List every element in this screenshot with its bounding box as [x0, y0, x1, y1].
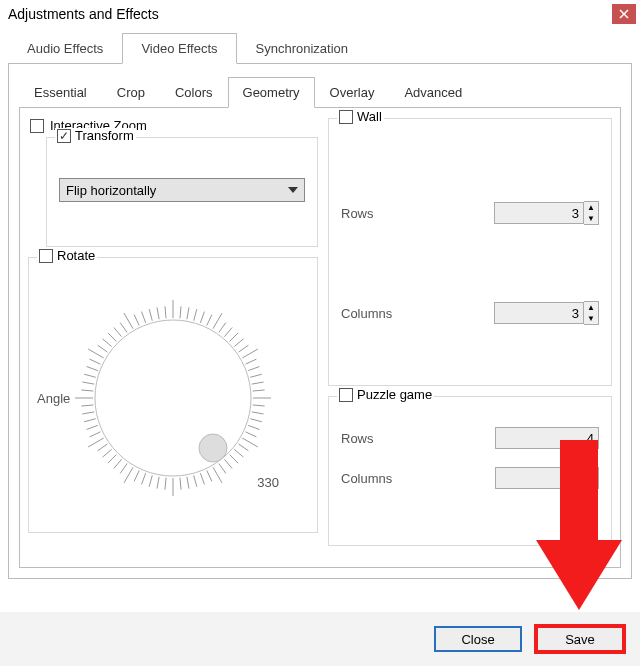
wall-cols-row: Columns ▲▼ — [341, 301, 599, 325]
svg-line-67 — [114, 328, 122, 337]
wall-rows-spin-buttons[interactable]: ▲▼ — [584, 201, 599, 225]
puzzle-cols-spinner[interactable] — [495, 467, 599, 489]
transform-group: Transform Flip horizontally — [46, 137, 318, 247]
window-title: Adjustments and Effects — [8, 6, 159, 22]
svg-line-65 — [103, 339, 112, 347]
transform-label[interactable]: Transform — [75, 128, 134, 143]
svg-line-30 — [230, 455, 238, 463]
spin-down-icon[interactable]: ▼ — [584, 313, 598, 324]
video-effects-panel: Essential Crop Colors Geometry Overlay A… — [8, 64, 632, 579]
transform-checkbox[interactable] — [57, 129, 71, 143]
svg-line-32 — [219, 464, 226, 474]
subtab-crop[interactable]: Crop — [102, 77, 160, 108]
svg-line-74 — [165, 306, 166, 318]
spin-up-icon[interactable]: ▲ — [584, 302, 598, 313]
svg-line-73 — [157, 307, 159, 319]
svg-line-5 — [187, 307, 189, 319]
interactive-zoom-checkbox[interactable] — [30, 119, 44, 133]
svg-line-59 — [82, 382, 94, 384]
svg-line-61 — [87, 367, 98, 371]
rotate-label[interactable]: Rotate — [57, 248, 95, 263]
puzzle-label[interactable]: Puzzle game — [357, 387, 432, 402]
save-button[interactable]: Save — [536, 626, 624, 652]
svg-line-16 — [246, 359, 257, 364]
puzzle-cols-input[interactable] — [495, 467, 599, 489]
spin-down-icon[interactable]: ▼ — [584, 213, 598, 224]
transform-title: Transform — [55, 128, 136, 143]
wall-rows-spinner[interactable]: ▲▼ — [494, 201, 599, 225]
subtab-advanced[interactable]: Advanced — [389, 77, 477, 108]
svg-point-2 — [95, 320, 251, 476]
rotate-dial-area: Angle 330 — [41, 268, 305, 528]
tab-audio-effects[interactable]: Audio Effects — [8, 33, 122, 64]
svg-line-45 — [124, 467, 133, 483]
svg-line-6 — [194, 309, 197, 321]
rotate-dial[interactable]: 330 — [63, 288, 283, 508]
subtab-overlay[interactable]: Overlay — [315, 77, 390, 108]
svg-line-46 — [120, 464, 127, 474]
svg-line-49 — [103, 449, 112, 457]
geometry-panel: Interactive Zoom Transform Flip horizont… — [19, 108, 621, 568]
svg-line-40 — [165, 478, 166, 490]
puzzle-rows-spinner[interactable] — [495, 427, 599, 449]
dial-icon — [63, 288, 283, 508]
puzzle-rows-input[interactable] — [495, 427, 599, 449]
svg-line-25 — [248, 425, 259, 429]
window-close-button[interactable] — [612, 4, 636, 24]
subtab-geometry[interactable]: Geometry — [228, 77, 315, 108]
spin-up-icon[interactable]: ▲ — [584, 202, 598, 213]
angle-value: 330 — [257, 475, 279, 490]
wall-group: Wall Rows ▲▼ Columns — [328, 118, 612, 386]
svg-line-8 — [207, 315, 212, 326]
svg-line-24 — [250, 419, 262, 422]
svg-line-56 — [81, 405, 93, 406]
wall-cols-spinner[interactable]: ▲▼ — [494, 301, 599, 325]
puzzle-checkbox[interactable] — [339, 388, 353, 402]
subtab-essential[interactable]: Essential — [19, 77, 102, 108]
svg-line-14 — [239, 345, 249, 352]
svg-line-66 — [108, 333, 116, 341]
dialog-footer: Close Save — [0, 612, 640, 666]
subtab-colors[interactable]: Colors — [160, 77, 228, 108]
rotate-group: Rotate Angle 330 — [28, 257, 318, 533]
svg-line-34 — [207, 471, 212, 482]
svg-line-42 — [149, 475, 152, 487]
svg-line-15 — [242, 349, 258, 358]
video-effects-subtabs: Essential Crop Colors Geometry Overlay A… — [19, 76, 621, 108]
close-icon — [619, 9, 629, 19]
svg-line-44 — [134, 471, 139, 482]
svg-line-47 — [114, 459, 122, 468]
svg-line-18 — [250, 374, 262, 377]
svg-line-63 — [88, 349, 104, 358]
puzzle-cols-row: Columns — [341, 467, 599, 489]
wall-title: Wall — [337, 109, 384, 124]
wall-rows-input[interactable] — [494, 202, 584, 224]
svg-line-36 — [194, 475, 197, 487]
wall-label[interactable]: Wall — [357, 109, 382, 124]
wall-rows-label: Rows — [341, 206, 374, 221]
svg-line-62 — [90, 359, 101, 364]
tab-video-effects[interactable]: Video Effects — [122, 33, 236, 64]
svg-line-68 — [120, 323, 127, 333]
tab-synchronization[interactable]: Synchronization — [237, 33, 368, 64]
wall-cols-input[interactable] — [494, 302, 584, 324]
svg-line-27 — [242, 438, 258, 447]
wall-cols-spin-buttons[interactable]: ▲▼ — [584, 301, 599, 325]
puzzle-group: Puzzle game Rows Columns — [328, 396, 612, 546]
svg-line-33 — [213, 467, 222, 483]
close-button[interactable]: Close — [434, 626, 522, 652]
svg-line-12 — [230, 333, 238, 341]
svg-line-50 — [98, 444, 108, 451]
svg-line-37 — [187, 477, 189, 489]
svg-line-31 — [224, 459, 232, 468]
top-tabs: Audio Effects Video Effects Synchronizat… — [8, 32, 632, 64]
transform-dropdown[interactable]: Flip horizontally — [59, 178, 305, 202]
svg-line-58 — [81, 390, 93, 391]
svg-line-17 — [248, 367, 259, 371]
svg-line-55 — [82, 412, 94, 414]
svg-line-51 — [88, 438, 104, 447]
wall-checkbox[interactable] — [339, 110, 353, 124]
svg-line-28 — [239, 444, 249, 451]
rotate-checkbox[interactable] — [39, 249, 53, 263]
svg-line-72 — [149, 309, 152, 321]
